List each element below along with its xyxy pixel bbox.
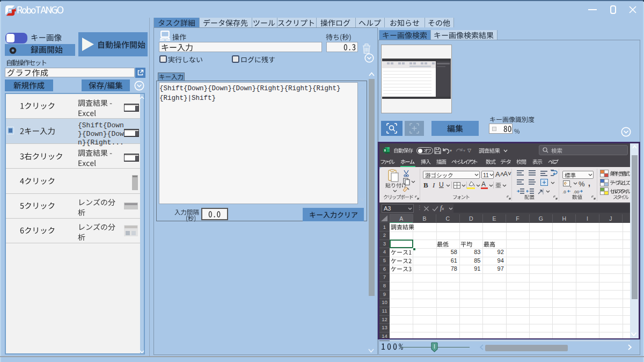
svg-text:.0: .0 xyxy=(562,190,566,194)
